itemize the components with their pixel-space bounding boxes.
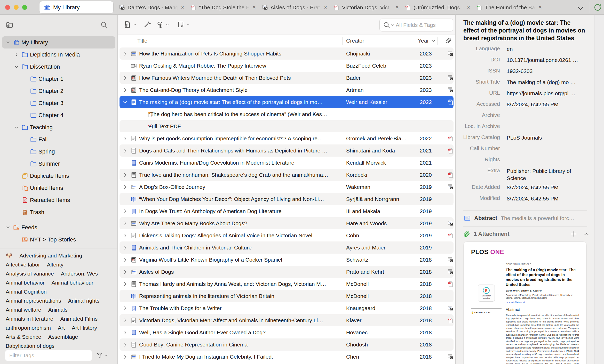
- close-tab-icon[interactable]: ×: [251, 4, 257, 11]
- field-value[interactable]: 1932-6203: [507, 66, 591, 75]
- chevron-down-icon[interactable]: [4, 40, 12, 45]
- table-row[interactable]: “When Your Dog Matches Your Decor”: Obje…: [120, 193, 454, 205]
- tag[interactable]: Advertising and Marketing: [19, 253, 82, 259]
- close-tab-icon[interactable]: ×: [180, 4, 185, 11]
- table-row[interactable]: Dickens's Talking Dogs: Allegories of An…: [120, 229, 454, 241]
- chevron-right-icon[interactable]: [121, 318, 129, 323]
- sync-button[interactable]: [593, 3, 602, 12]
- table-row[interactable]: Aisles of DogsPrato and Kehrt2018: [120, 266, 454, 278]
- close-tab-icon[interactable]: ×: [323, 4, 328, 11]
- table-row[interactable]: Full Text PDF: [120, 120, 454, 132]
- field-value[interactable]: [507, 143, 591, 145]
- table-row[interactable]: Representing animals in the literature o…: [120, 290, 454, 302]
- close-tab-icon[interactable]: ×: [466, 4, 471, 11]
- search-input[interactable]: [396, 22, 450, 28]
- tag[interactable]: Animal welfare: [6, 307, 41, 313]
- column-header-attachment[interactable]: [445, 37, 452, 44]
- chevron-right-icon[interactable]: [121, 136, 129, 141]
- chevron-right-icon[interactable]: [121, 184, 129, 190]
- tag[interactable]: Analysis of variance: [6, 271, 54, 277]
- field-value[interactable]: PLoS Journals: [507, 132, 591, 141]
- chevron-right-icon[interactable]: [121, 51, 129, 56]
- tab-my-library[interactable]: My Library: [39, 1, 113, 13]
- chevron-right-icon[interactable]: [121, 281, 129, 287]
- chevron-down-icon[interactable]: [12, 64, 21, 69]
- table-row[interactable]: I Tried to Make My Dog an Instagram Cele…: [120, 351, 454, 363]
- chevron-right-icon[interactable]: [121, 221, 129, 226]
- table-row[interactable]: The Cat-and-Dog Theory of Attachment Sty…: [120, 84, 454, 96]
- tag[interactable]: Animal behavior: [6, 280, 45, 286]
- sidebar-item-feeds[interactable]: Feeds: [2, 221, 115, 233]
- table-row[interactable]: How Famous Writers Mourned the Death of …: [120, 72, 454, 84]
- table-row[interactable]: Why Are There So Many Books About Dogs?H…: [120, 217, 454, 229]
- tag[interactable]: Animal behaviour: [52, 280, 93, 286]
- chevron-right-icon[interactable]: [121, 245, 129, 250]
- tag[interactable]: Animals: [48, 307, 68, 313]
- chevron-right-icon[interactable]: [121, 330, 129, 335]
- table-row[interactable]: How the Humanization of Pets Is Changing…: [120, 47, 454, 60]
- tab-overflow-button[interactable]: [576, 4, 585, 12]
- tab-4[interactable]: Victorian Dogs, Vict×: [330, 0, 401, 15]
- table-row[interactable]: Animals and Their Children in Victorian …: [120, 241, 454, 254]
- table-row[interactable]: In Dogs We Trust: An Anthology of Americ…: [120, 205, 454, 217]
- chevron-right-icon[interactable]: [121, 354, 129, 359]
- attachments-section-header[interactable]: 1 Attachment: [456, 227, 594, 241]
- field-value[interactable]: 10.1371/journal.pone.0261 …: [507, 54, 591, 64]
- column-header-year[interactable]: Year: [418, 38, 436, 44]
- sidebar-item-unfiled-items[interactable]: Unfiled Items: [2, 182, 115, 194]
- table-row[interactable]: Good Boy: Canine Representation in Cinem…: [120, 338, 454, 351]
- sidebar-item-teaching[interactable]: Teaching: [2, 121, 115, 133]
- chevron-up-icon[interactable]: [584, 231, 589, 237]
- column-header-creator[interactable]: Creator: [346, 38, 364, 44]
- tab-6[interactable]: The Hound of the Ba×: [473, 0, 544, 15]
- chevron-down-icon[interactable]: [121, 100, 129, 105]
- tag[interactable]: 🐶: [6, 253, 12, 259]
- tag[interactable]: Affective labor: [6, 262, 40, 268]
- chevron-right-icon[interactable]: [12, 52, 21, 57]
- field-value[interactable]: 8/7/2024, 6:42:55 PM: [507, 182, 591, 191]
- field-value[interactable]: The making of a (dog) mo …: [507, 77, 591, 86]
- sidebar-item-nyt-top-stories[interactable]: NYT > Top Stories: [2, 233, 115, 246]
- chevron-right-icon[interactable]: [121, 87, 129, 93]
- chevron-right-icon[interactable]: [121, 257, 129, 262]
- close-window-button[interactable]: [5, 5, 10, 10]
- close-tab-icon[interactable]: ×: [394, 4, 400, 11]
- tag[interactable]: Animated Films: [60, 316, 98, 322]
- table-row[interactable]: “The dog hero has been critical to the s…: [120, 108, 454, 120]
- tag[interactable]: Animal Cognition: [6, 289, 47, 295]
- table-row[interactable]: The Trouble with Dogs for a WriterKnausg…: [120, 302, 454, 314]
- abstract-section-header[interactable]: Abstract The media is a powerful forc…: [456, 211, 594, 226]
- table-row[interactable]: Well, Has a Single Good Author Ever Owne…: [120, 326, 454, 338]
- table-row[interactable]: Victorian Dogs, Victorian Men: Affect an…: [120, 314, 454, 326]
- field-value[interactable]: 8/7/2024, 6:42:55 PM: [507, 99, 591, 108]
- field-value[interactable]: [507, 121, 591, 123]
- chevron-down-icon[interactable]: [4, 225, 12, 230]
- add-attachment-button[interactable]: [570, 230, 577, 238]
- chevron-right-icon[interactable]: [121, 233, 129, 238]
- sidebar-item-chapter-4[interactable]: Chapter 4: [2, 109, 115, 121]
- tab-1[interactable]: Dante’s Dogs - Mang×: [115, 0, 187, 15]
- add-collection-button[interactable]: [6, 21, 13, 29]
- attachment-preview[interactable]: PLOS ONE Check for updates 🔓 OPEN ACCESS…: [464, 242, 586, 364]
- table-row[interactable]: Virginia Woolf's Little-Known Biography …: [120, 254, 454, 266]
- new-note-button[interactable]: [177, 20, 190, 29]
- chevron-right-icon[interactable]: [121, 342, 129, 347]
- table-row[interactable]: Dogs and Cats and Their Relationships wi…: [120, 144, 454, 157]
- new-attachment-button[interactable]: [156, 20, 169, 29]
- chevron-right-icon[interactable]: [121, 269, 129, 274]
- zoom-window-button[interactable]: [22, 5, 27, 10]
- sidebar-item-summer[interactable]: Summer: [2, 158, 115, 170]
- sidebar-item-my-library[interactable]: My Library: [2, 36, 115, 48]
- tab-3[interactable]: Aisles of Dogs - Prat×: [258, 0, 330, 15]
- chevron-right-icon[interactable]: [121, 148, 129, 153]
- table-row[interactable]: Why is pet goods consumption imperceptib…: [120, 132, 454, 144]
- tag[interactable]: Anderson, Wes: [61, 271, 98, 277]
- sidebar-item-fall[interactable]: Fall: [2, 133, 115, 145]
- tag-selector-menu-button[interactable]: [96, 352, 108, 359]
- minimize-window-button[interactable]: [14, 5, 19, 10]
- table-row[interactable]: Thomas Hardy and Animals by Anna West, a…: [120, 278, 454, 290]
- sidebar-item-spring[interactable]: Spring: [2, 145, 115, 158]
- search-icon[interactable]: [383, 21, 394, 29]
- collection-search-button[interactable]: [100, 21, 108, 29]
- table-row[interactable]: A Dog’s Box-Office JourneyWakeman2019: [120, 181, 454, 193]
